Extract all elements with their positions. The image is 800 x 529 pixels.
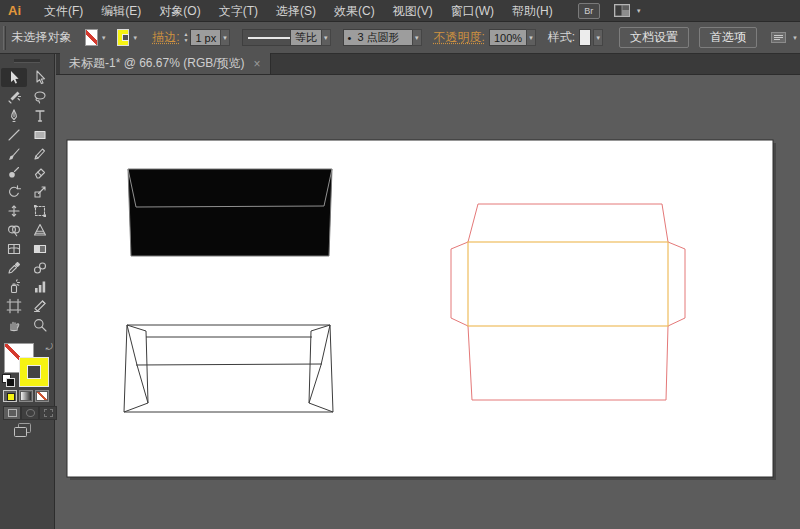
style-label: 样式: [548, 29, 575, 46]
menu-bar: Ai 文件(F)编辑(E)对象(O)文字(T)选择(S)效果(C)视图(V)窗口… [0, 0, 800, 22]
type-tool[interactable] [27, 106, 53, 125]
pen-tool[interactable] [1, 106, 27, 125]
mesh-tool[interactable] [1, 239, 27, 258]
gradient-tool[interactable] [27, 239, 53, 258]
illustrator-logo: Ai [8, 3, 21, 18]
symbol-sprayer-tool[interactable] [1, 277, 27, 296]
preferences-button[interactable]: 首选项 [699, 27, 757, 48]
bridge-icon[interactable]: Br [578, 3, 600, 19]
no-selection-label: 未选择对象 [11, 29, 71, 46]
panel-grip [3, 26, 6, 50]
menu-item[interactable]: 文字(T) [210, 0, 267, 22]
tools-grid [1, 68, 54, 334]
style-swatch[interactable] [579, 29, 591, 46]
artboard-tool[interactable] [1, 296, 27, 315]
control-panel-menu-button[interactable]: ▼ [771, 32, 800, 43]
menu-item[interactable]: 效果(C) [325, 0, 384, 22]
panel-drag-grip[interactable] [14, 59, 40, 63]
brush-name: 3 点圆形 [357, 30, 399, 45]
eyedropper-tool[interactable] [1, 258, 27, 277]
drawing-mode-switch [3, 406, 57, 420]
zoom-tool[interactable] [27, 315, 53, 334]
draw-inside-button[interactable] [39, 406, 57, 420]
blend-tool[interactable] [27, 258, 53, 277]
screen-mode-icon [14, 423, 34, 438]
scale-tool[interactable] [27, 182, 53, 201]
stroke-width-dropdown-button[interactable]: ▼ [220, 29, 230, 46]
chevron-down-icon: ▼ [792, 35, 798, 41]
paint-mode-buttons [3, 390, 49, 402]
default-fill-stroke-icon[interactable] [2, 374, 14, 386]
lasso-tool[interactable] [27, 87, 53, 106]
close-icon[interactable]: × [254, 57, 261, 71]
stroke-width-stepper[interactable]: ▲▼ [183, 32, 188, 43]
stroke-panel-link[interactable]: 描边: [152, 29, 179, 46]
menu-item[interactable]: 帮助(H) [503, 0, 562, 22]
pencil-tool[interactable] [27, 144, 53, 163]
opacity-input[interactable]: 100% [489, 29, 526, 46]
shape-builder-tool[interactable] [1, 220, 27, 239]
brush-definition-select[interactable]: • 3 点圆形 [343, 29, 412, 46]
document-tab[interactable]: 未标题-1* @ 66.67% (RGB/预览) × [60, 53, 271, 74]
stroke-profile-preview [242, 29, 290, 46]
draw-behind-button[interactable] [21, 406, 39, 420]
brush-bullet-icon: • [348, 32, 352, 44]
document-setup-button[interactable]: 文档设置 [619, 27, 689, 48]
menubar-right: Br ▼ [578, 3, 644, 19]
swap-fill-stroke-icon[interactable]: ⤾ [46, 342, 54, 353]
stroke-profile-dropdown-button[interactable]: ▼ [321, 29, 331, 46]
line-segment-tool[interactable] [1, 125, 27, 144]
none-mode-button[interactable] [35, 390, 49, 402]
chevron-down-icon: ▼ [636, 8, 642, 14]
workspace-switcher-button[interactable]: ▼ [614, 4, 644, 17]
gradient-mode-button[interactable] [19, 390, 33, 402]
stroke-color-swatch[interactable] [117, 29, 129, 46]
rotate-tool[interactable] [1, 182, 27, 201]
rectangle-tool[interactable] [27, 125, 53, 144]
direct-selection-tool[interactable] [27, 68, 53, 87]
black-envelope-body[interactable] [128, 169, 332, 256]
document-tab-bar: 未标题-1* @ 66.67% (RGB/预览) × [56, 54, 800, 75]
step-down-icon[interactable]: ▼ [183, 38, 188, 43]
paintbrush-tool[interactable] [1, 144, 27, 163]
control-bar: 未选择对象 ▼ ▼ 描边: ▲▼ 1 px ▼ 等比 ▼ • 3 点圆形 ▼ 不… [0, 22, 800, 54]
stroke-profile-select[interactable]: 等比 [290, 29, 321, 46]
fill-color-swatch[interactable] [85, 29, 97, 46]
fill-stroke-indicator: ⤾ [0, 341, 55, 391]
perspective-grid-tool[interactable] [27, 220, 53, 239]
menu-item[interactable]: 选择(S) [267, 0, 325, 22]
workspace-layout-icon [614, 4, 630, 17]
chevron-down-icon[interactable]: ▼ [132, 35, 138, 41]
width-tool[interactable] [1, 201, 27, 220]
opacity-dropdown-button[interactable]: ▼ [526, 29, 536, 46]
document-tab-title: 未标题-1* @ 66.67% (RGB/预览) [69, 55, 245, 72]
menu-item[interactable]: 文件(F) [35, 0, 92, 22]
chevron-down-icon[interactable]: ▼ [101, 35, 107, 41]
slice-tool[interactable] [27, 296, 53, 315]
color-mode-button[interactable] [3, 390, 17, 402]
stroke-line-icon [248, 37, 290, 39]
hand-tool[interactable] [1, 315, 27, 334]
artwork-layer [56, 75, 800, 529]
free-transform-tool[interactable] [27, 201, 53, 220]
style-dropdown-button[interactable]: ▼ [593, 29, 603, 46]
menu-item[interactable]: 编辑(E) [92, 0, 150, 22]
opacity-panel-link[interactable]: 不透明度: [434, 29, 485, 46]
tools-panel: ⤾ [0, 54, 55, 529]
menu-item[interactable]: 视图(V) [384, 0, 442, 22]
menu-item[interactable]: 窗口(W) [442, 0, 503, 22]
column-graph-tool[interactable] [27, 277, 53, 296]
eraser-tool[interactable] [27, 163, 53, 182]
stroke-width-input[interactable]: 1 px [190, 29, 220, 46]
stroke-swatch-yellow[interactable] [19, 357, 49, 387]
menu-item[interactable]: 对象(O) [150, 0, 209, 22]
draw-normal-button[interactable] [3, 406, 21, 420]
selection-tool[interactable] [1, 68, 27, 87]
panel-menu-icon [771, 32, 786, 43]
magic-wand-tool[interactable] [1, 87, 27, 106]
screen-mode-button[interactable] [14, 423, 34, 442]
document-canvas[interactable] [56, 75, 800, 529]
menu-items: 文件(F)编辑(E)对象(O)文字(T)选择(S)效果(C)视图(V)窗口(W)… [35, 0, 562, 22]
blob-brush-tool[interactable] [1, 163, 27, 182]
brush-dropdown-button[interactable]: ▼ [412, 29, 422, 46]
